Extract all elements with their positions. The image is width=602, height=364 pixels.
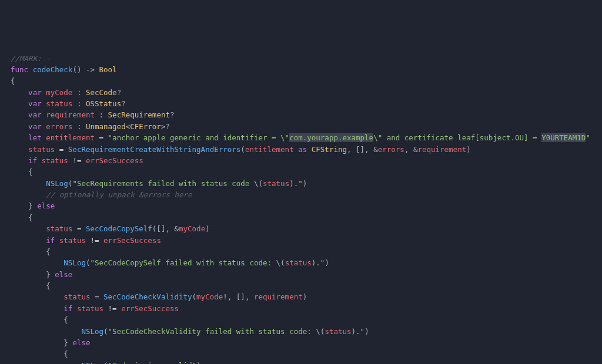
code-line: status = SecRequirementCreateWithStringA…: [11, 144, 591, 155]
token-ident: entitlement: [46, 133, 95, 142]
code-line: NSLog("SecRequirements failed with statu…: [11, 178, 591, 189]
token-plain: =: [95, 133, 108, 142]
token-keyword: let: [28, 133, 42, 142]
token-string: ": [586, 133, 590, 142]
token-punct: ): [196, 361, 201, 364]
token-string: .": [356, 327, 364, 336]
token-ident: myCode: [46, 88, 72, 97]
token-string: "Codesigning: valid": [108, 361, 197, 364]
token-call: SecCodeCheckValidity: [103, 292, 192, 301]
token-plain: [11, 258, 63, 267]
code-line: {: [11, 75, 591, 86]
token-plain: [11, 349, 63, 358]
token-call: NSLog: [46, 179, 68, 188]
token-call: NSLog: [63, 258, 86, 267]
token-punct: (: [192, 292, 197, 301]
token-plain: [11, 88, 28, 97]
token-plain: [11, 304, 63, 313]
token-keyword: if: [28, 156, 37, 165]
token-call: NSLog: [81, 361, 103, 364]
code-line: NSLog("Codesigning: valid"): [11, 360, 591, 364]
token-plain: :: [72, 99, 86, 108]
token-punct: ?: [170, 110, 175, 119]
token-plain: :: [72, 122, 86, 131]
code-block: //MARK: -func codeCheck() -> Bool{ var m…: [11, 53, 591, 365]
token-ident: status: [325, 327, 351, 336]
token-plain: [55, 236, 59, 245]
token-ident: errors: [378, 145, 404, 154]
token-plain: [11, 315, 63, 324]
token-plain: [37, 156, 42, 165]
token-sel: Y0URTEAM1D: [541, 133, 586, 142]
token-punct: ): [303, 179, 307, 188]
token-punct: {: [28, 167, 33, 176]
token-punct: (: [240, 145, 245, 154]
code-line: NSLog("SecCodeCheckValidity failed with …: [11, 326, 591, 337]
token-punct: ): [303, 292, 307, 301]
token-ident: status: [77, 304, 103, 313]
token-punct: ([], &: [152, 224, 179, 233]
token-ident: errSecSuccess: [103, 236, 161, 245]
token-typecap: SecRequirement: [108, 110, 170, 119]
token-ident: requirement: [254, 292, 303, 301]
token-comment: //MARK: -: [11, 54, 51, 63]
token-plain: [11, 327, 81, 336]
token-funcname: codeCheck: [33, 65, 73, 74]
token-ident: myCode: [196, 292, 223, 301]
token-plain: [11, 99, 28, 108]
token-ident: errSecSuccess: [121, 304, 179, 313]
token-typecap: Unmanaged: [86, 122, 126, 131]
token-plain: !=: [68, 156, 86, 165]
token-ident: requirement: [417, 145, 466, 154]
token-string: .": [294, 179, 303, 188]
token-punct: ): [205, 224, 210, 233]
token-ident: status: [285, 258, 312, 267]
token-plain: [11, 292, 63, 301]
code-line: } else: [11, 337, 591, 348]
code-line: // optionally unpack &errors here: [11, 189, 591, 200]
token-punct: {: [46, 247, 51, 256]
code-line: NSLog("SecCodeCopySelf failed with statu…: [11, 257, 591, 268]
token-punct: \(: [276, 258, 285, 267]
code-line: {: [11, 348, 591, 359]
token-keyword: else: [72, 338, 90, 347]
token-keyword: var: [28, 122, 42, 131]
token-call: SecRequirementCreateWithStringAndErrors: [68, 145, 241, 154]
code-line: var myCode : SecCode?: [11, 87, 591, 98]
token-ident: requirement: [46, 110, 95, 119]
token-plain: [11, 156, 28, 165]
token-punct: ): [352, 327, 356, 336]
token-typecap: CFError: [130, 122, 161, 131]
token-punct: >?: [161, 122, 170, 131]
token-call: SecCodeCopySelf: [86, 224, 152, 233]
token-punct: ?: [121, 99, 126, 108]
code-line: {: [11, 314, 591, 325]
token-keyword: if: [46, 236, 55, 245]
code-line: if status != errSecSuccess: [11, 235, 591, 246]
token-plain: [11, 270, 46, 279]
token-ident: status: [46, 224, 72, 233]
token-keyword: var: [28, 88, 42, 97]
token-string: "SecCodeCheckValidity failed with status…: [108, 327, 316, 336]
token-call: NSLog: [81, 327, 103, 336]
token-plain: [11, 145, 28, 154]
code-line: status = SecCodeCheckValidity(myCode!, […: [11, 291, 591, 302]
code-line: var errors : Unmanaged<CFError>?: [11, 121, 591, 132]
token-punct: ): [325, 258, 329, 267]
token-punct: () ->: [72, 65, 99, 74]
token-ident: myCode: [179, 224, 205, 233]
token-punct: ): [289, 179, 294, 188]
token-plain: [11, 133, 28, 142]
token-punct: }: [63, 338, 68, 347]
token-string: "anchor apple generic and identifier = \…: [108, 133, 290, 142]
token-keyword: else: [55, 270, 72, 279]
token-typecap: CFString: [312, 145, 347, 154]
token-keyword: func: [11, 65, 28, 74]
code-line: {: [11, 280, 591, 291]
code-line: func codeCheck() -> Bool: [11, 64, 591, 75]
token-punct: , &: [404, 145, 418, 154]
token-punct: (: [103, 327, 108, 336]
code-line: //MARK: -: [11, 53, 591, 64]
token-typecap: OSStatus: [86, 99, 121, 108]
token-string: "SecCodeCopySelf failed with status code…: [90, 258, 276, 267]
